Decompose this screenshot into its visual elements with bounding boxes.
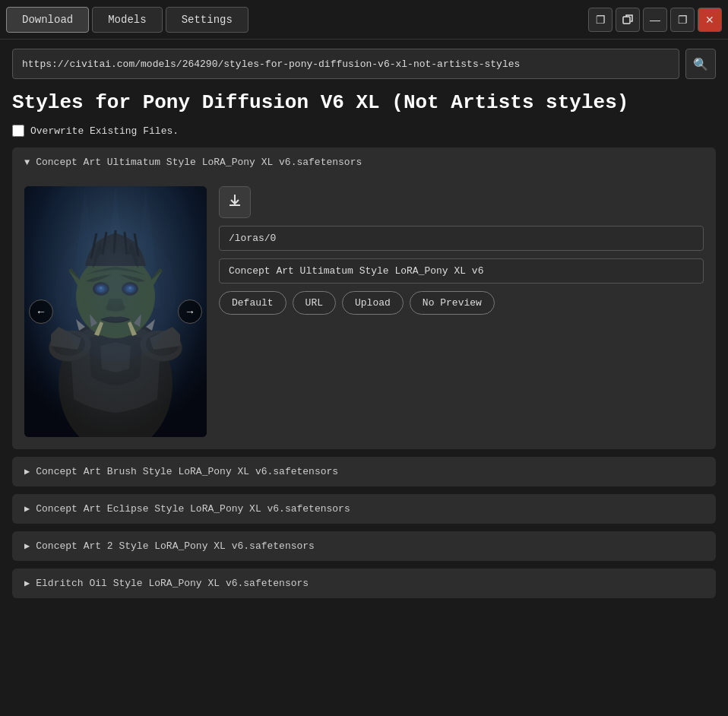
download-button-1[interactable] xyxy=(219,186,251,218)
model-header-3[interactable]: ▶ Concept Art Eclipse Style LoRA_Pony XL… xyxy=(12,494,716,524)
svg-point-16 xyxy=(95,284,107,293)
search-button[interactable]: 🔍 xyxy=(685,49,716,79)
search-icon: 🔍 xyxy=(693,57,708,71)
svg-rect-0 xyxy=(623,17,630,24)
url-input[interactable] xyxy=(12,49,679,79)
svg-point-15 xyxy=(122,282,138,296)
arrow-right-icon: → xyxy=(185,306,195,318)
svg-point-24 xyxy=(55,224,176,361)
model-name-5: Eldritch Oil Style LoRA_Pony XL v6.safet… xyxy=(36,578,309,589)
model-name-1: Concept Art Ultimatum Style LoRA_Pony XL… xyxy=(36,157,362,168)
overwrite-label: Overwrite Existing Files. xyxy=(30,125,179,137)
win-btn-4[interactable]: ❐ xyxy=(670,8,695,32)
model-header-4[interactable]: ▶ Concept Art 2 Style LoRA_Pony XL v6.sa… xyxy=(12,531,716,561)
svg-point-14 xyxy=(93,282,109,296)
win-btn-2[interactable] xyxy=(616,8,640,32)
tab-settings[interactable]: Settings xyxy=(166,7,248,33)
preview-nopreview-btn[interactable]: No Preview xyxy=(410,291,495,315)
svg-point-18 xyxy=(97,286,105,292)
svg-point-19 xyxy=(126,286,134,292)
svg-point-21 xyxy=(128,287,131,290)
page-title: Styles for Pony Diffusion V6 XL (Not Art… xyxy=(12,91,716,114)
svg-point-12 xyxy=(76,255,155,338)
model-controls-1: Default URL Upload No Preview xyxy=(219,186,704,437)
image-prev-button[interactable]: ← xyxy=(29,299,53,324)
expand-arrow-3: ▶ xyxy=(24,503,30,515)
url-bar-container: 🔍 xyxy=(12,49,716,79)
svg-point-7 xyxy=(46,327,93,364)
image-next-button[interactable]: → xyxy=(178,299,202,324)
expand-arrow-2: ▶ xyxy=(24,466,30,477)
win-btn-minimize[interactable]: — xyxy=(643,8,667,32)
model-header-2[interactable]: ▶ Concept Art Brush Style LoRA_Pony XL v… xyxy=(12,457,716,486)
model-section-3: ▶ Concept Art Eclipse Style LoRA_Pony XL… xyxy=(12,494,716,524)
svg-point-20 xyxy=(100,287,103,290)
model-name-2: Concept Art Brush Style LoRA_Pony XL v6.… xyxy=(36,466,338,477)
svg-point-22 xyxy=(106,305,115,311)
tab-models[interactable]: Models xyxy=(92,7,162,33)
model-name-4: Concept Art 2 Style LoRA_Pony XL v6.safe… xyxy=(36,540,315,552)
expand-arrow-1: ▼ xyxy=(24,157,30,168)
svg-marker-5 xyxy=(131,186,161,308)
tab-download[interactable]: Download xyxy=(6,7,89,33)
svg-point-13 xyxy=(81,258,142,327)
svg-point-6 xyxy=(59,315,173,437)
model-section-5: ▶ Eldritch Oil Style LoRA_Pony XL v6.saf… xyxy=(12,569,716,598)
title-bar: Download Models Settings ❐ — ❐ ✕ xyxy=(0,0,728,40)
model-section-2: ▶ Concept Art Brush Style LoRA_Pony XL v… xyxy=(12,457,716,486)
expand-arrow-4: ▶ xyxy=(24,540,30,552)
svg-point-9 xyxy=(138,327,185,364)
path-input-1[interactable] xyxy=(219,226,704,251)
svg-point-2 xyxy=(40,186,191,353)
model-name-3: Concept Art Eclipse Style LoRA_Pony XL v… xyxy=(36,503,350,515)
svg-marker-3 xyxy=(70,186,100,308)
model-body-1: ← → xyxy=(12,177,716,449)
svg-point-23 xyxy=(116,305,125,311)
svg-point-10 xyxy=(146,333,179,356)
preview-buttons-1: Default URL Upload No Preview xyxy=(219,291,704,315)
preview-url-btn[interactable]: URL xyxy=(293,291,336,315)
overwrite-row: Overwrite Existing Files. xyxy=(12,125,716,137)
model-image-container-1: ← → xyxy=(24,186,207,437)
window-controls: ❐ — ❐ ✕ xyxy=(588,8,722,32)
expand-arrow-5: ▶ xyxy=(24,578,30,589)
download-icon xyxy=(227,193,242,212)
model-header-5[interactable]: ▶ Eldritch Oil Style LoRA_Pony XL v6.saf… xyxy=(12,569,716,598)
svg-point-17 xyxy=(124,284,136,293)
model-section-1: ▼ Concept Art Ultimatum Style LoRA_Pony … xyxy=(12,147,716,449)
win-btn-close[interactable]: ✕ xyxy=(698,8,722,32)
preview-upload-btn[interactable]: Upload xyxy=(342,291,404,315)
preview-default-btn[interactable]: Default xyxy=(219,291,286,315)
overwrite-checkbox[interactable] xyxy=(12,125,24,137)
win-btn-1[interactable]: ❐ xyxy=(588,8,612,32)
svg-rect-11 xyxy=(103,314,128,337)
arrow-left-icon: ← xyxy=(36,306,46,318)
model-section-4: ▶ Concept Art 2 Style LoRA_Pony XL v6.sa… xyxy=(12,531,716,561)
model-header-1[interactable]: ▼ Concept Art Ultimatum Style LoRA_Pony … xyxy=(12,147,716,177)
filename-input-1[interactable] xyxy=(219,258,704,284)
main-content: 🔍 Styles for Pony Diffusion V6 XL (Not A… xyxy=(0,40,728,716)
svg-point-8 xyxy=(52,333,85,356)
svg-marker-4 xyxy=(100,186,131,323)
